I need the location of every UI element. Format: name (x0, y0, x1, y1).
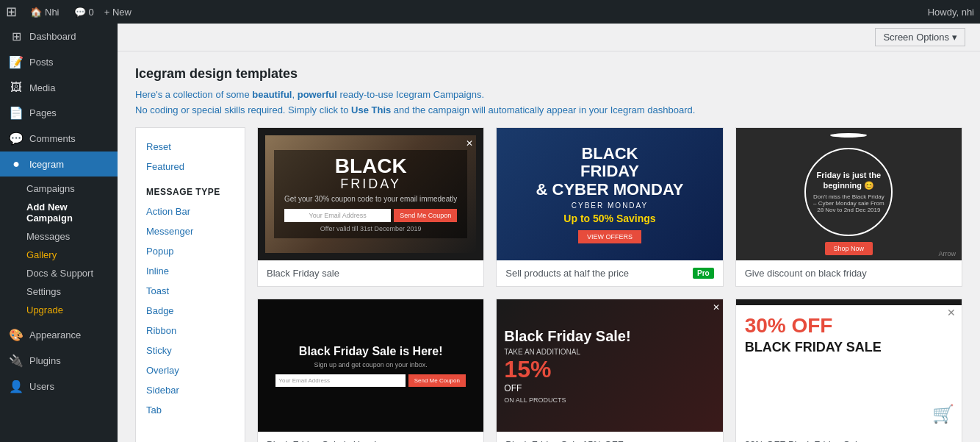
sidebar-item-plugins[interactable]: 🔌 Plugins (0, 348, 118, 374)
sell-title-text: BLACKFRIDAY& CYBER MONDAY (536, 145, 684, 199)
sidebar-item-label: Dashboard (29, 31, 76, 42)
filter-tab[interactable]: Tab (136, 400, 245, 420)
bfh-send-btn[interactable]: Send Me Coupon (408, 374, 466, 387)
posts-icon: 📝 (9, 55, 24, 69)
template-card-30off[interactable]: ✕ 30% OFF BLACK FRIDAY SALE 🛒 30% OFF Bl… (735, 299, 962, 442)
off30-close-icon[interactable]: ✕ (947, 307, 956, 318)
sidebar-item-label: Plugins (29, 355, 61, 366)
sell-view-offers-btn[interactable]: VIEW OFFERS (578, 230, 641, 243)
arrow-shop-btn[interactable]: Shop Now (825, 242, 873, 255)
sidebar-sub-settings[interactable]: Settings (0, 282, 118, 301)
admin-bar-site[interactable]: 🏠 Nhi (26, 7, 64, 18)
intro-link-2[interactable]: No coding or special skills required. Si… (135, 104, 695, 115)
sidebar-sub-campaigns[interactable]: Campaigns (0, 179, 118, 198)
sidebar-item-pages[interactable]: 📄 Pages (0, 100, 118, 126)
arrow-preview-content: 👩 Friday is just the beginning 😊 Don't m… (736, 128, 962, 260)
intro-link[interactable]: Here's a collection of some beautiful, p… (135, 89, 484, 100)
content-body: Reset Featured Message Type Action Bar M… (135, 127, 962, 442)
sell-savings-text: Up to 50% Savings (563, 213, 655, 224)
template-card-give-discount[interactable]: 👩 Friday is just the beginning 😊 Don't m… (735, 127, 962, 287)
appearance-icon: 🎨 (9, 328, 24, 342)
sidebar-sub-docs[interactable]: Docs & Support (0, 264, 118, 282)
filter-badge[interactable]: Badge (136, 301, 245, 321)
sidebar-item-appearance[interactable]: 🎨 Appearance (0, 322, 118, 348)
wp-logo-icon[interactable]: ⊞ (6, 4, 17, 20)
filter-sticky[interactable]: Sticky (136, 341, 245, 360)
sidebar-sub-messages[interactable]: Messages (0, 227, 118, 246)
bf-send-btn[interactable]: Send Me Coupon (394, 209, 457, 222)
admin-bar: ⊞ 🏠 Nhi 💬 0 + New Howdy, nhi (0, 0, 980, 24)
sidebar-item-label: Posts (29, 57, 54, 68)
arrow-headline: Friday is just the beginning 😊 (812, 171, 885, 190)
sidebar-item-label: Media (29, 82, 55, 93)
template-grid: ✕ BLACK FRIDAY Get your 30% coupon code … (257, 127, 962, 442)
sell-preview-content: BLACKFRIDAY& CYBER MONDAY CYBER MONDAY U… (497, 128, 722, 260)
filter-message-type-header: Message Type (136, 182, 245, 202)
filter-action-bar[interactable]: Action Bar (136, 202, 245, 221)
template-info-bf-sale: Black Friday sale (258, 260, 483, 286)
sidebar-item-label: Users (29, 381, 54, 392)
template-info-arrow: Give discount on black friday (736, 260, 962, 286)
template-preview-bf-sale: ✕ BLACK FRIDAY Get your 30% coupon code … (258, 128, 483, 260)
off30-percentage: 30% OFF (745, 314, 953, 338)
sidebar-item-media[interactable]: 🖼 Media (0, 75, 118, 100)
screen-options-button[interactable]: Screen Options ▾ (875, 28, 965, 46)
off30-body: ✕ 30% OFF BLACK FRIDAY SALE 🛒 (736, 305, 962, 432)
bfh-title-text: Black Friday Sale is Here! (299, 344, 443, 358)
template-name-30off: 30% OFF Black Friday Sale (745, 439, 862, 442)
bf15-take-text: TAKE AN ADDITIONAL (504, 348, 580, 356)
sidebar-sub-upgrade[interactable]: Upgrade (0, 301, 118, 319)
sidebar-item-users[interactable]: 👤 Users (0, 374, 118, 399)
template-preview-sell: BLACKFRIDAY& CYBER MONDAY CYBER MONDAY U… (497, 128, 722, 260)
template-info-30off: 30% OFF Black Friday Sale (736, 432, 962, 442)
filter-featured[interactable]: Featured (136, 157, 245, 177)
filter-reset[interactable]: Reset (136, 137, 245, 157)
bf15-off-text: OFF (504, 383, 522, 393)
bf-offer-text: Offer valid till 31st December 2019 (284, 225, 457, 232)
bf15-headline: Black Friday Sale! (504, 328, 630, 345)
sidebar-sub-gallery[interactable]: Gallery (0, 246, 118, 264)
bfh-sub-text: Sign up and get coupon on your inbox. (314, 361, 428, 368)
sidebar-item-dashboard[interactable]: ⊞ Dashboard (0, 24, 118, 49)
icegram-icon: ● (9, 157, 24, 171)
bfh-email-row: Your Email Address Send Me Coupon (275, 374, 466, 387)
filter-ribbon[interactable]: Ribbon (136, 321, 245, 341)
plugins-icon: 🔌 (9, 354, 24, 368)
bf-email-input: Your Email Address (284, 209, 391, 222)
bf15-close-icon: ✕ (713, 302, 720, 313)
template-preview-bfh: Black Friday Sale is Here! Sign up and g… (258, 299, 483, 432)
template-info-bf15: Black Friday Sale 15% OFF (497, 432, 722, 442)
bf-sub-text: Get your 30% coupon code to your email i… (284, 195, 457, 203)
admin-bar-new[interactable]: + New (104, 7, 131, 18)
sidebar-item-comments[interactable]: 💬 Comments (0, 126, 118, 152)
template-name-arrow: Give discount on black friday (745, 268, 867, 279)
template-card-bf-sale[interactable]: ✕ BLACK FRIDAY Get your 30% coupon code … (257, 127, 484, 287)
filter-overlay[interactable]: Overlay (136, 360, 245, 380)
off30-title: BLACK FRIDAY SALE (745, 341, 953, 355)
filter-inline[interactable]: Inline (136, 261, 245, 281)
template-preview-30off: ✕ 30% OFF BLACK FRIDAY SALE 🛒 (736, 299, 962, 432)
sidebar-item-icegram[interactable]: ● Icegram (0, 152, 118, 177)
bf-text-friday: FRIDAY (284, 177, 457, 192)
template-card-bf-here[interactable]: Black Friday Sale is Here! Sign up and g… (257, 299, 484, 442)
template-name-bf15: Black Friday Sale 15% OFF (505, 439, 623, 442)
template-preview-arrow: 👩 Friday is just the beginning 😊 Don't m… (736, 128, 962, 260)
filter-messenger[interactable]: Messenger (136, 221, 245, 241)
template-card-bf15[interactable]: ✕ Black Friday Sale! TAKE AN ADDITIONAL … (496, 299, 723, 442)
filter-sidebar[interactable]: Sidebar (136, 380, 245, 400)
chevron-down-icon: ▾ (952, 32, 957, 43)
filter-toast[interactable]: Toast (136, 281, 245, 301)
sidebar-sub-add-new-campaign[interactable]: Add New Campaign (0, 198, 118, 227)
bf-text-big: BLACK (284, 156, 457, 177)
arrow-circle: Friday is just the beginning 😊 Don't mis… (804, 148, 893, 236)
pages-icon: 📄 (9, 106, 24, 120)
template-info-sell: Sell products at half the price Pro (497, 260, 722, 286)
intro-text-2: No coding or special skills required. Si… (135, 104, 962, 115)
sidebar-item-label: Comments (29, 133, 76, 144)
admin-bar-comments[interactable]: 💬 0 (70, 7, 98, 18)
template-card-sell-products[interactable]: BLACKFRIDAY& CYBER MONDAY CYBER MONDAY U… (496, 127, 723, 287)
bf15-sub-text: ON ALL PRODUCTS (504, 396, 566, 404)
sidebar-item-posts[interactable]: 📝 Posts (0, 49, 118, 75)
filter-popup[interactable]: Popup (136, 241, 245, 261)
screen-options-bar: Screen Options ▾ (118, 24, 980, 51)
